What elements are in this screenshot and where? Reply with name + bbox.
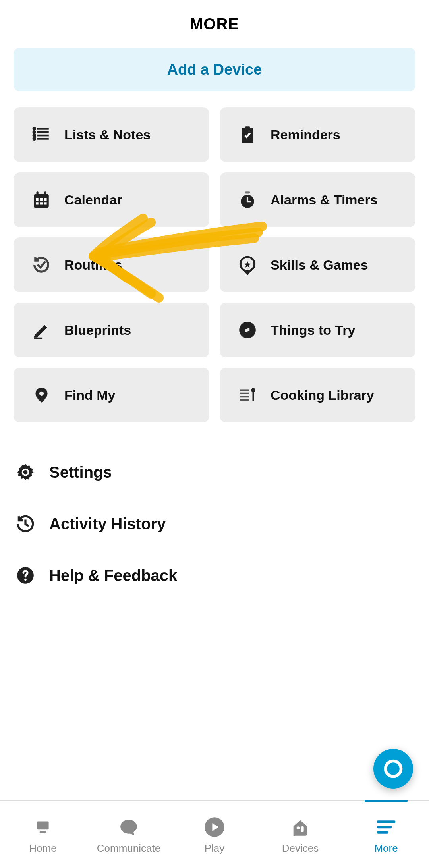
svg-rect-9 <box>245 126 250 129</box>
page-title: MORE <box>190 15 239 33</box>
svg-point-4 <box>33 128 35 130</box>
svg-rect-34 <box>253 391 254 401</box>
card-calendar[interactable]: Calendar <box>14 172 209 227</box>
card-label: Reminders <box>271 127 340 143</box>
svg-rect-42 <box>37 821 48 829</box>
compass-icon <box>232 320 263 340</box>
svg-rect-47 <box>301 826 304 832</box>
svg-rect-22 <box>247 201 251 202</box>
nav-label: More <box>374 842 398 854</box>
card-cooking-library[interactable]: Cooking Library <box>220 368 415 422</box>
svg-rect-11 <box>37 191 39 195</box>
svg-point-39 <box>24 579 26 581</box>
devices-icon <box>288 815 312 839</box>
features-grid: Lists & Notes Reminders <box>14 107 415 422</box>
nav-label: Play <box>205 842 225 854</box>
nav-label: Communicate <box>97 842 160 854</box>
svg-rect-14 <box>40 198 43 201</box>
svg-rect-19 <box>245 191 250 193</box>
svg-point-40 <box>386 761 401 777</box>
chat-bubble-icon <box>117 815 141 839</box>
location-pin-icon <box>25 385 57 405</box>
svg-rect-12 <box>44 191 46 195</box>
secondary-list: Settings Activity History Help & Feedb <box>14 446 415 601</box>
more-screen: MORE Add a Device Lists & Notes <box>0 0 429 868</box>
card-label: Calendar <box>64 192 122 208</box>
list-icon <box>25 125 57 145</box>
svg-point-5 <box>33 131 35 133</box>
row-help-feedback[interactable]: Help & Feedback <box>14 550 415 601</box>
card-lists-notes[interactable]: Lists & Notes <box>14 107 209 162</box>
card-reminders[interactable]: Reminders <box>220 107 415 162</box>
row-label: Activity History <box>49 515 166 533</box>
nav-more[interactable]: More <box>343 815 429 854</box>
calendar-icon <box>25 190 57 210</box>
card-label: Things to Try <box>271 322 355 338</box>
add-device-button[interactable]: Add a Device <box>14 48 415 91</box>
svg-point-6 <box>33 135 35 137</box>
gear-icon <box>14 462 37 482</box>
card-label: Find My <box>64 387 115 403</box>
chat-star-icon <box>232 255 263 275</box>
svg-point-41 <box>392 775 395 777</box>
clipboard-check-icon <box>232 125 263 145</box>
svg-point-7 <box>33 138 35 140</box>
card-label: Routines <box>64 257 122 273</box>
home-icon <box>31 815 55 839</box>
svg-rect-15 <box>44 198 46 201</box>
nav-label: Home <box>29 842 56 854</box>
svg-rect-10 <box>34 194 49 208</box>
alarm-icon <box>232 190 263 210</box>
row-label: Help & Feedback <box>49 567 177 584</box>
nav-active-indicator <box>365 800 408 802</box>
card-blueprints[interactable]: Blueprints <box>14 303 209 357</box>
row-activity-history[interactable]: Activity History <box>14 498 415 550</box>
card-label: Alarms & Timers <box>271 192 378 208</box>
alexa-fab[interactable] <box>373 749 413 789</box>
svg-point-28 <box>39 392 43 396</box>
row-settings[interactable]: Settings <box>14 446 415 498</box>
svg-rect-43 <box>40 831 46 833</box>
svg-point-37 <box>23 470 28 475</box>
card-alarms-timers[interactable]: Alarms & Timers <box>220 172 415 227</box>
card-routines[interactable]: Routines <box>14 237 209 292</box>
history-icon <box>14 514 37 534</box>
nav-home[interactable]: Home <box>0 815 86 854</box>
row-label: Settings <box>49 463 112 481</box>
card-label: Cooking Library <box>271 387 374 403</box>
card-things-to-try[interactable]: Things to Try <box>220 303 415 357</box>
pencil-icon <box>25 320 57 340</box>
nav-play[interactable]: Play <box>172 815 257 854</box>
add-device-label: Add a Device <box>167 61 262 78</box>
svg-rect-18 <box>44 202 46 204</box>
header: MORE <box>0 0 429 48</box>
card-label: Blueprints <box>64 322 131 338</box>
more-icon <box>374 815 398 839</box>
svg-rect-16 <box>36 202 38 204</box>
svg-marker-24 <box>244 261 251 268</box>
nav-communicate[interactable]: Communicate <box>86 815 172 854</box>
nav-label: Devices <box>282 842 319 854</box>
svg-rect-17 <box>40 202 43 204</box>
alexa-ring-icon <box>383 758 404 779</box>
nav-devices[interactable]: Devices <box>257 815 343 854</box>
play-icon <box>203 815 226 839</box>
routines-icon <box>25 255 57 275</box>
bottom-nav: Home Communicate Play <box>0 800 429 868</box>
card-find-my[interactable]: Find My <box>14 368 209 422</box>
recipe-icon <box>232 385 263 405</box>
card-label: Lists & Notes <box>64 127 151 143</box>
card-skills-games[interactable]: Skills & Games <box>220 237 415 292</box>
svg-point-46 <box>297 826 300 829</box>
card-label: Skills & Games <box>271 257 368 273</box>
help-icon <box>14 565 37 585</box>
svg-rect-13 <box>36 198 38 201</box>
